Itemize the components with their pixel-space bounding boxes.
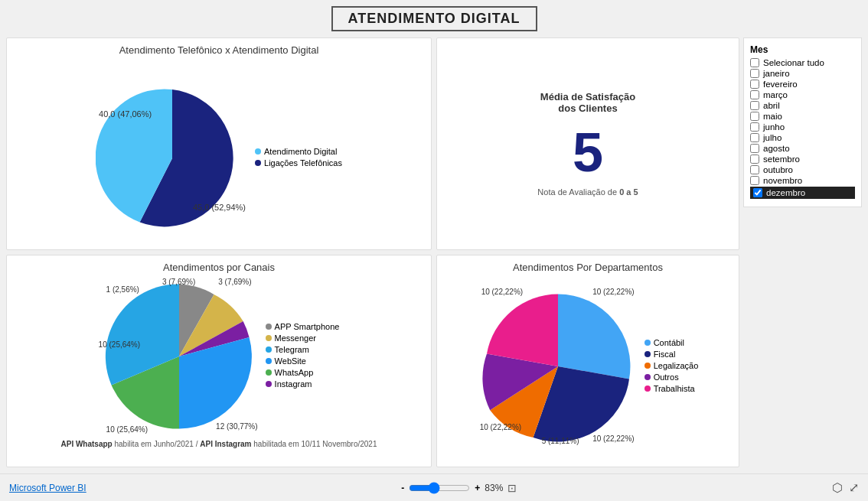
label-ligacoes: 45,0 (52,94%) <box>193 203 246 212</box>
dot-website <box>266 358 272 364</box>
checkbox-junho[interactable] <box>750 122 759 132</box>
card3-title: Atendimentos por Canais <box>13 262 425 273</box>
dot-instagram <box>266 381 272 387</box>
filter-setembro[interactable]: setembro <box>750 155 855 164</box>
canais-note: API Whatsapp habilita em Junho/2021 / AP… <box>13 440 425 448</box>
legend-messenger: Messenger <box>266 333 340 343</box>
filter-dezembro[interactable]: dezembro <box>750 187 855 199</box>
legend-item-ligacoes: Ligações Telefônicas <box>255 158 342 168</box>
label-whatsapp-leg: WhatsApp <box>275 368 314 377</box>
legend-fiscal: Fiscal <box>644 350 699 359</box>
zoom-minus[interactable]: - <box>401 483 404 493</box>
filter-marco[interactable]: março <box>750 90 855 99</box>
filter-label-novembro: novembro <box>763 176 802 185</box>
checkbox-maio[interactable] <box>750 112 759 121</box>
seg-contabil <box>558 294 630 379</box>
page-title: ATENDIMENTO DIGITAL <box>331 6 537 31</box>
label-fiscal-leg: Fiscal <box>654 350 676 359</box>
label-contabil-top: 10 (22,22%) <box>592 288 634 296</box>
dot-whatsapp <box>266 369 272 376</box>
filter-label-agosto: agosto <box>763 144 790 153</box>
filter-abril[interactable]: abril <box>750 101 855 110</box>
chart4-legend: Contábil Fiscal Legalização Outros <box>644 338 699 395</box>
zoom-slider[interactable] <box>409 482 470 494</box>
label-whatsapp: 10 (25,64%) <box>106 425 148 434</box>
dot-outros <box>644 374 651 380</box>
zoom-plus[interactable]: + <box>475 483 480 493</box>
checkbox-fevereiro[interactable] <box>750 80 759 89</box>
label-whatsapp2: 12 (30,77%) <box>216 422 257 431</box>
card1-title: Atendimento Telefônico x Atendimento Dig… <box>13 44 425 56</box>
filter-outubro[interactable]: outubro <box>750 165 855 174</box>
bottom-bar: Microsoft Power BI - + 83% ⊡ ⬡ ⤢ <box>0 473 868 501</box>
filter-label-outubro: outubro <box>763 165 793 174</box>
legend-telegram: Telegram <box>266 345 340 354</box>
chart3-svg <box>99 276 259 437</box>
checkbox-outubro[interactable] <box>750 165 759 174</box>
checkbox-novembro[interactable] <box>750 176 759 185</box>
checkbox-abril[interactable] <box>750 101 759 110</box>
legend-item-digital: Atendimento Digital <box>255 147 342 156</box>
label-websize: 10 (25,64%) <box>99 340 140 349</box>
dot-messenger <box>266 335 272 341</box>
chart3-body: 3 (7,69%) 3 (7,69%) 1 (2,56%) 10 (25,64%… <box>13 276 425 437</box>
chart1-legend: Atendimento Digital Ligações Telefônicas <box>255 147 342 170</box>
checkbox-janeiro[interactable] <box>750 69 759 78</box>
share-icon[interactable]: ⬡ <box>832 480 843 495</box>
powerbi-link[interactable]: Microsoft Power BI <box>9 483 86 493</box>
checkbox-setembro[interactable] <box>750 155 759 164</box>
card4-title: Atendimentos Por Departamentos <box>443 262 733 273</box>
legend-website: WebSite <box>266 356 340 366</box>
filter-label-abril: abril <box>763 101 780 110</box>
dot-fiscal <box>644 351 651 357</box>
legend-label-digital: Atendimento Digital <box>264 147 337 156</box>
label-fiscal-bottom: 10 (22,22%) <box>592 434 634 443</box>
dot-telegram <box>266 346 272 353</box>
label-legalizacao-leg: Legalização <box>654 361 699 370</box>
filter-label-junho: junho <box>763 122 785 132</box>
filter-junho[interactable]: junho <box>750 122 855 132</box>
dashboard-grid: Atendimento Telefônico x Atendimento Dig… <box>6 37 862 467</box>
legend-instagram: Instagram <box>266 379 340 389</box>
checkbox-select-all[interactable] <box>750 58 759 67</box>
filter-fevereiro[interactable]: fevereiro <box>750 80 855 89</box>
chart1-body: 40,0 (47,06%) 45,0 (52,94%) Atendimento … <box>13 59 425 250</box>
legend-dot-ligacoes <box>255 160 261 166</box>
filter-janeiro[interactable]: janeiro <box>750 69 855 78</box>
expand-icon[interactable]: ⤢ <box>849 480 859 495</box>
top-right-area: Média de Satisfaçãodos Clientes 5 Nota d… <box>436 37 862 250</box>
dot-trabalhista <box>644 386 651 392</box>
label-outros-leg: Outros <box>654 372 679 382</box>
filter-select-all[interactable]: Selecionar tudo <box>750 58 855 67</box>
label-instagram: 1 (2,56%) <box>106 285 139 294</box>
label-trabalhista-top: 10 (22,22%) <box>481 288 523 296</box>
bottom-icons: ⬡ ⤢ <box>832 480 859 495</box>
satisfaction-subtitle: Nota de Avaliação de 0 a 5 <box>537 187 638 197</box>
checkbox-marco[interactable] <box>750 90 759 99</box>
seg-trabalhista <box>487 294 558 367</box>
filter-novembro[interactable]: novembro <box>750 176 855 185</box>
chart4-body: 10 (22,22%) 10 (22,22%) 10 (22,22%) 10 (… <box>443 276 733 457</box>
label-digital: 40,0 (47,06%) <box>99 109 152 119</box>
zoom-percentage: 83% <box>485 483 503 493</box>
filter-title: Mes <box>750 44 855 55</box>
chart1-svg <box>96 82 249 235</box>
checkbox-julho[interactable] <box>750 133 759 142</box>
dot-app <box>266 324 272 330</box>
card-departamentos: Atendimentos Por Departamentos <box>436 255 739 467</box>
zoom-controls: - + 83% ⊡ <box>401 482 517 494</box>
fit-page-icon[interactable]: ⊡ <box>507 482 517 494</box>
checkbox-agosto[interactable] <box>750 144 759 153</box>
main-content: ATENDIMENTO DIGITAL Atendimento Telefôni… <box>0 0 868 473</box>
label-outros-bottom: 10 (22,22%) <box>480 423 521 431</box>
filter-label-fevereiro: fevereiro <box>763 80 798 89</box>
label-messenger-leg: Messenger <box>275 333 316 343</box>
filter-julho[interactable]: julho <box>750 133 855 142</box>
chart3-legend: APP Smartphone Messenger Telegram WebSit… <box>266 322 340 391</box>
filter-agosto[interactable]: agosto <box>750 144 855 153</box>
checkbox-dezembro[interactable] <box>753 188 762 197</box>
card-satisfacao: Média de Satisfaçãodos Clientes 5 Nota d… <box>436 37 739 250</box>
label-app-leg: APP Smartphone <box>275 322 340 331</box>
label-trabalhista-leg: Trabalhista <box>654 384 695 393</box>
filter-maio[interactable]: maio <box>750 112 855 121</box>
